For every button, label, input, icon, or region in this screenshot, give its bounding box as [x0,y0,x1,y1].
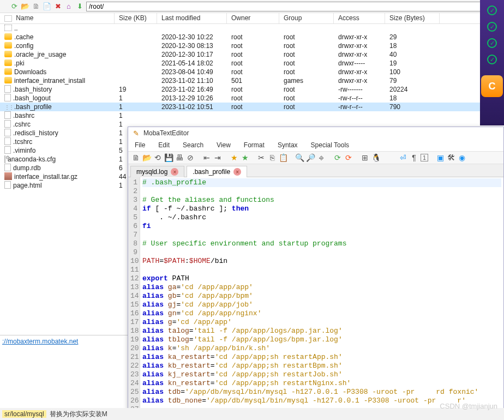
linux-icon[interactable]: 🐧 [371,153,380,162]
menu-format[interactable]: Format [244,141,265,149]
file-row[interactable]: interface_intranet_install2023-11-02 11:… [0,76,504,85]
apple-icon[interactable] [382,153,391,162]
editor-tab[interactable]: .bash_profile× [187,166,247,177]
editor-menu-bar: FileEditSearchViewFormatSyntaxSpecial To… [128,139,503,151]
home-icon[interactable]: ⌂ [64,2,73,11]
file-row[interactable]: .cache2020-12-30 10:22rootrootdrwxr-xr-x… [0,33,504,41]
cut-icon[interactable]: ✂ [257,153,266,162]
file-name: .cache [14,33,33,41]
file-access: drwxr-xr-x [334,33,385,41]
file-size-kb: 1 [115,103,157,111]
file-row[interactable]: .bashrc1 [0,111,504,120]
refresh-green-icon[interactable]: ⟳ [333,153,342,162]
file-row[interactable]: .config2020-12-30 08:13rootrootdrwxr-xr-… [0,41,504,50]
open-icon[interactable]: 📂 [142,153,151,162]
file-group: root [279,33,334,41]
paste-icon[interactable]: 📋 [279,153,287,162]
close-doc-icon[interactable]: ⊘ [186,153,195,162]
search-icon[interactable]: 🔍 [295,153,304,162]
file-name: .tcshrc [13,138,32,146]
file-modified: 2023-11-02 10:51 [157,103,227,111]
col-size-kb[interactable]: Size (KB) [115,13,157,23]
file-row[interactable]: Downloads2023-08-04 10:49rootrootdrwxr-x… [0,68,504,76]
file-name: .config [14,42,33,50]
file-owner: root [227,103,279,111]
bookmark-icon[interactable]: ★ [230,153,238,162]
file-name: .bash_history [13,86,52,93]
print-icon[interactable]: 🖶 [175,153,184,162]
folder-icon [4,68,12,76]
refresh-icon[interactable]: ⟳ [10,2,19,11]
indent-icon[interactable]: ⇤ [202,153,211,162]
file-owner: root [227,51,279,58]
file-row[interactable]: .bash_profile12023-11-02 10:51rootroot-r… [0,103,504,111]
menu-view[interactable]: View [217,141,231,149]
file-row[interactable]: .oracle_jre_usage2020-12-30 10:17rootroo… [0,50,504,59]
path-input[interactable] [86,2,492,11]
settings-icon[interactable]: ◉ [458,153,466,162]
tools-icon[interactable]: 🛠 [447,153,455,162]
menu-edit[interactable]: Edit [158,141,170,149]
goto-icon[interactable]: ⎆ [317,153,326,162]
editor-tab[interactable]: mysqld.log× [130,166,184,177]
download-icon[interactable]: ⬇ [75,2,84,11]
col-access[interactable]: Access [334,13,385,23]
file-modified: 2023-11-02 11:10 [157,77,227,85]
col-name[interactable]: Name [0,13,115,23]
close-tab-icon[interactable]: × [171,168,178,176]
replace-icon[interactable]: 🔎 [306,153,315,162]
file-name: dump.rdb [13,164,41,172]
right-sidebar: ✓ ✓ ✓ ✓ C [480,0,504,125]
file-row[interactable]: .. [0,24,504,33]
col-size-bytes[interactable]: Size (Bytes) [385,13,440,23]
folder-open-icon[interactable]: 📂 [21,2,29,11]
file-group: root [279,59,334,67]
col-group[interactable]: Group [279,13,334,23]
run-icon[interactable]: ★ [241,153,249,162]
dots-icon [4,103,12,111]
watermark: CSDN @tmjianjun [440,402,497,410]
file-list-header: Name Size (KB) Last modified Owner Group… [0,13,504,24]
file-access: drwxr----- [334,59,385,67]
website-link[interactable]: ://mobaxterm.mobatek.net [0,335,128,349]
file-icon [4,164,11,173]
action-button[interactable]: C [481,75,503,97]
chars-icon[interactable]: ¶ [410,153,418,162]
outdent-icon[interactable]: ⇥ [213,153,222,162]
file-group: root [279,51,334,58]
delete-icon[interactable]: ✖ [53,2,62,11]
file-row[interactable]: .bash_logout12013-12-29 10:26rootroot-rw… [0,94,504,103]
editor-app-icon: ✎ [131,129,140,137]
menu-search[interactable]: Search [183,141,203,149]
windows-icon[interactable]: ⊞ [361,153,369,162]
file-name: .cshrc [13,121,31,128]
file-name: .pki [14,59,25,67]
col-last-modified[interactable]: Last modified [157,13,227,23]
sync-icon[interactable]: ⟳ [344,153,353,162]
folder-icon [4,33,12,41]
file-size-kb: 19 [115,86,157,93]
file-modified: 2020-12-30 10:17 [157,51,227,58]
menu-file[interactable]: File [135,141,145,149]
tgz-icon [4,172,12,182]
wrap-icon[interactable]: ⏎ [399,153,407,162]
file-row[interactable]: .bash_history192023-11-02 16:49rootroot-… [0,85,504,94]
code-area[interactable]: # .bash_profile # Get the aliases and fu… [140,177,503,419]
file-size-bytes: 79 [385,77,440,85]
num-icon[interactable]: 1 [421,154,428,161]
bottom-text: 替换为你实际安装M [50,410,107,419]
save-icon[interactable]: 💾 [164,153,173,162]
file-group: root [279,42,334,50]
new-icon[interactable]: 🗎 [131,153,140,162]
terminal-icon[interactable]: ▣ [436,153,445,162]
reload-icon[interactable]: ⟲ [153,153,162,162]
col-owner[interactable]: Owner [227,13,279,23]
file-modified: 2020-12-30 10:22 [157,33,227,41]
copy-icon[interactable]: ⎘ [268,153,277,162]
save-icon[interactable]: 📄 [43,2,51,11]
close-tab-icon[interactable]: × [233,168,241,176]
menu-special-tools[interactable]: Special Tools [311,141,350,149]
new-file-icon[interactable]: 🗎 [32,2,40,11]
menu-syntax[interactable]: Syntax [278,141,298,149]
file-row[interactable]: .pki2021-05-14 18:02rootrootdrwxr-----19 [0,59,504,68]
